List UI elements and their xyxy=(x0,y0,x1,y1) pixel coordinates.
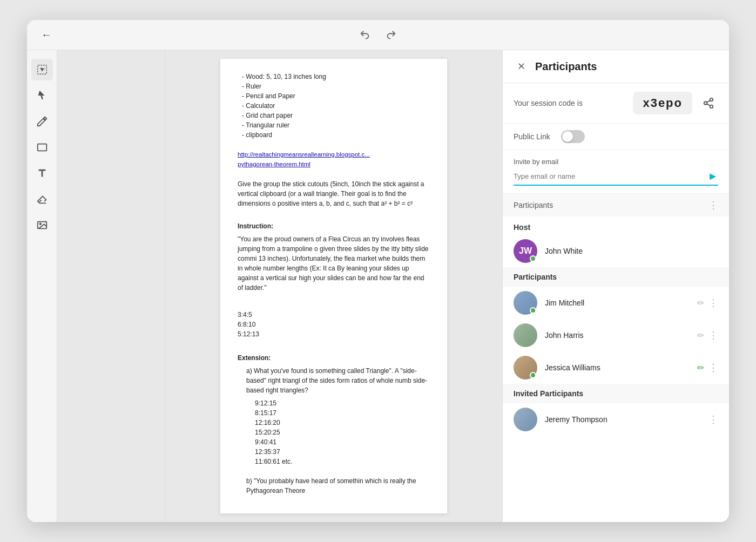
jessica-avatar-wrapper xyxy=(514,356,537,380)
john-h-name: John Harris xyxy=(545,331,690,340)
canvas-area: Wood: 5, 10, 13 inches long Ruler Pencil… xyxy=(165,50,502,522)
host-label: Host xyxy=(514,219,718,235)
text-tool[interactable] xyxy=(31,162,53,184)
participants-sub-header: Participants xyxy=(503,267,729,287)
instruction-title: Instruction: xyxy=(238,221,430,231)
eraser-tool[interactable] xyxy=(31,188,53,210)
pointer-tool[interactable] xyxy=(31,85,53,106)
list-item: Wood: 5, 10, 13 inches long xyxy=(242,72,430,82)
participants-section-menu[interactable]: ⋮ xyxy=(708,199,718,211)
invited-label: Invited Participants xyxy=(514,389,718,398)
svg-point-12 xyxy=(710,98,713,101)
participants-section-header: Participants ⋮ xyxy=(503,194,729,216)
public-link-toggle[interactable] xyxy=(561,130,585,143)
panel-header: ✕ Participants xyxy=(503,50,729,83)
jim-actions: ✎ ⋮ xyxy=(697,297,718,309)
participant-row-jessica: Jessica Williams ✎ ⋮ xyxy=(503,351,729,384)
ratios-list: 3:4:5 6:8:10 5:12:13 xyxy=(238,310,430,339)
jim-avatar-wrapper xyxy=(514,291,537,315)
panel-title: Participants xyxy=(535,60,718,73)
participant-row-jeremy: Jeremy Thompson ⋮ xyxy=(503,403,729,436)
extension-a: a) What you've found is something called… xyxy=(238,366,430,395)
extension-list: 9:12:15 8:15:17 12:16:20 15:20:25 9:40:4… xyxy=(238,398,430,466)
jim-edit-icon[interactable]: ✎ xyxy=(694,297,707,309)
list-item: Calculator xyxy=(242,101,430,111)
jim-name: Jim Mitchell xyxy=(545,299,690,307)
host-row: JW John White xyxy=(503,235,729,267)
top-bar: ← xyxy=(27,20,729,50)
jim-more-button[interactable]: ⋮ xyxy=(708,297,718,309)
public-link-label: Public Link xyxy=(514,132,550,141)
slides-panel xyxy=(57,50,165,522)
host-section: Host xyxy=(503,216,729,235)
john-h-actions: ✎ ⋮ xyxy=(697,329,718,341)
svg-point-14 xyxy=(710,105,713,109)
invited-section-header: Invited Participants xyxy=(503,384,729,403)
svg-line-16 xyxy=(707,100,710,103)
jeremy-actions: ⋮ xyxy=(708,414,718,425)
share-button[interactable] xyxy=(699,93,718,113)
john-h-more-button[interactable]: ⋮ xyxy=(708,329,718,341)
select-tool[interactable] xyxy=(31,59,53,80)
public-link-row: Public Link xyxy=(503,124,729,150)
invite-input-row: ► xyxy=(514,170,718,186)
app-window: ← xyxy=(27,20,729,522)
list-item: Triangular ruler xyxy=(242,120,430,130)
ratio-item: 6:8:10 xyxy=(238,320,430,329)
participants-section-label: Participants xyxy=(514,201,708,209)
main-content: + Wood: 5, 10, 13 inches long Ruler Penc… xyxy=(27,50,729,522)
body-text: Give the group the stick cutouts (5inch,… xyxy=(238,179,430,208)
extension-title: Extension: xyxy=(238,353,430,363)
participant-row-jim: Jim Mitchell ✎ ⋮ xyxy=(503,287,729,319)
john-h-avatar xyxy=(514,323,537,347)
svg-text:+: + xyxy=(44,219,46,224)
jessica-actions: ✎ ⋮ xyxy=(697,362,718,374)
left-toolbar: + xyxy=(27,50,57,522)
jim-online-indicator xyxy=(530,307,536,314)
materials-list: Wood: 5, 10, 13 inches long Ruler Pencil… xyxy=(238,72,430,140)
jeremy-name: Jeremy Thompson xyxy=(545,415,701,424)
john-h-edit-icon[interactable]: ✎ xyxy=(694,329,707,342)
participants-panel: ✕ Participants Your session code is x3ep… xyxy=(502,50,729,522)
extension-b: b) "You probably have heard of somethin … xyxy=(238,476,430,496)
jeremy-more-button[interactable]: ⋮ xyxy=(708,414,718,425)
svg-point-13 xyxy=(704,101,707,105)
host-avatar-wrapper: JW xyxy=(514,239,537,263)
invite-section: Invite by email ► xyxy=(503,150,729,194)
host-name: John White xyxy=(545,247,718,255)
session-code-row: Your session code is x3epo xyxy=(503,83,729,124)
svg-line-15 xyxy=(707,104,710,106)
svg-point-3 xyxy=(39,223,41,225)
invite-label: Invite by email xyxy=(514,158,718,166)
jessica-more-button[interactable]: ⋮ xyxy=(708,362,718,374)
page-document: Wood: 5, 10, 13 inches long Ruler Pencil… xyxy=(220,59,447,513)
jeremy-avatar-wrapper xyxy=(514,408,537,431)
participants-sub-label: Participants xyxy=(514,273,718,281)
host-online-indicator xyxy=(530,255,536,262)
session-code-label: Your session code is xyxy=(514,99,583,107)
invite-input[interactable] xyxy=(514,172,707,180)
redo-button[interactable] xyxy=(382,26,400,44)
svg-rect-1 xyxy=(37,144,46,151)
participant-row-john-h: John Harris ✎ ⋮ xyxy=(503,319,729,351)
ratio-item: 5:12:13 xyxy=(238,329,430,339)
jessica-name: Jessica Williams xyxy=(545,363,690,372)
rectangle-tool[interactable] xyxy=(31,137,53,158)
image-tool[interactable]: + xyxy=(31,214,53,236)
pen-tool[interactable] xyxy=(31,111,53,132)
document-link[interactable]: http://realtachingmeansreallearning.blog… xyxy=(238,151,370,167)
john-h-avatar-wrapper xyxy=(514,323,537,347)
undo-button[interactable] xyxy=(356,26,374,44)
list-item: Grid chart paper xyxy=(242,111,430,120)
participants-list-section: Participants ⋮ Host JW John White Parti xyxy=(503,194,729,522)
list-item: Pencil and Paper xyxy=(242,91,430,101)
instruction-body: "You are the proud owners of a Flea Circ… xyxy=(238,234,430,293)
back-button[interactable]: ← xyxy=(38,26,55,44)
list-item: clipboard xyxy=(242,130,430,140)
close-panel-button[interactable]: ✕ xyxy=(514,59,529,74)
jessica-online-indicator xyxy=(530,372,536,378)
jessica-edit-icon[interactable]: ✎ xyxy=(694,362,707,374)
jeremy-avatar xyxy=(514,408,537,431)
session-code-value: x3epo xyxy=(633,92,692,114)
send-invite-button[interactable]: ► xyxy=(707,170,718,182)
